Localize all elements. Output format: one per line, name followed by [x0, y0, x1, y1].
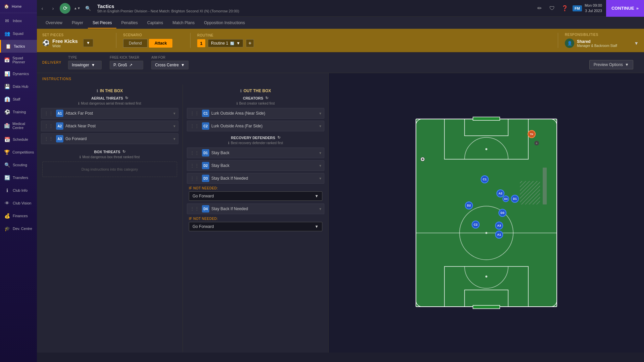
- ifnn-d3-select[interactable]: Go Forward ▼: [189, 191, 322, 201]
- type-select[interactable]: Inswinger ▼: [68, 61, 102, 69]
- sidebar-item-competitions[interactable]: 🏆 Competitions: [0, 146, 37, 159]
- sidebar-label-competitions: Competitions: [12, 150, 34, 154]
- sidebar-item-scouting[interactable]: 🔍 Scouting: [0, 159, 37, 171]
- data-hub-icon: 💾: [4, 83, 10, 89]
- badge-a3: A3: [56, 135, 63, 142]
- player-token-a1[interactable]: A1: [495, 231, 503, 239]
- box-hint: ℹ Most dangerous box threat ranked first: [41, 155, 178, 159]
- routine-add-button[interactable]: +: [246, 39, 254, 47]
- tab-overview[interactable]: Overview: [41, 18, 67, 28]
- sidebar-item-squad-planner[interactable]: 📅 Squad Planner: [0, 53, 37, 67]
- player-token-d3[interactable]: D3: [498, 209, 506, 217]
- sidebar-item-home[interactable]: 🏠 Home: [0, 0, 37, 13]
- sidebar-item-dev-centre[interactable]: 🎓 Dev. Centre: [0, 222, 37, 235]
- recovery-d1-select[interactable]: Stay Back ▼: [211, 150, 322, 155]
- tab-player[interactable]: Player: [67, 18, 88, 28]
- avatar: 👤: [565, 39, 574, 48]
- edit-button[interactable]: ✏: [534, 3, 544, 13]
- staff-icon: 👔: [4, 96, 10, 102]
- help-button[interactable]: 🛡: [547, 3, 557, 13]
- aerial-a2-select[interactable]: Attack Near Post ▼: [65, 124, 176, 128]
- aim-for-select[interactable]: Cross Centre ▼: [151, 61, 189, 69]
- recovery-row-d4: ⋮⋮ D4 Stay Back If Needed ▼: [187, 203, 324, 214]
- chevron-a1: ▼: [173, 112, 176, 115]
- back-button[interactable]: ‹: [37, 0, 48, 17]
- resp-role: Manager & Backroom Staff: [577, 44, 631, 48]
- drag-handle-a1[interactable]: ⋮⋮: [43, 110, 54, 117]
- drag-handle-c2[interactable]: ⋮⋮: [189, 123, 200, 129]
- box-refresh-icon[interactable]: ↻: [122, 149, 125, 154]
- aerial-refresh-icon[interactable]: ↻: [125, 96, 128, 100]
- tab-opposition-instructions[interactable]: Opposition Instructions: [199, 18, 250, 28]
- dev-centre-icon: 🎓: [4, 226, 10, 232]
- attack-button[interactable]: Attack: [149, 39, 173, 48]
- player-token-c2[interactable]: C2: [472, 221, 480, 229]
- chevron-c1: ▼: [319, 112, 322, 115]
- player-token-d1[interactable]: D1: [511, 195, 519, 203]
- sidebar-item-data-hub[interactable]: 💾 Data Hub: [0, 80, 37, 93]
- question-button[interactable]: ❓: [560, 3, 570, 13]
- squad-planner-icon: 📅: [4, 57, 10, 63]
- recovery-d4-select[interactable]: Stay Back If Needed ▼: [211, 206, 322, 211]
- player-add-icon[interactable]: +: [534, 141, 539, 145]
- drag-handle-c1[interactable]: ⋮⋮: [189, 110, 200, 117]
- recovery-refresh-icon[interactable]: ↻: [277, 135, 280, 140]
- ifnn-d4-select[interactable]: Go Forward ▼: [189, 222, 322, 231]
- drag-handle-a2[interactable]: ⋮⋮: [43, 123, 54, 129]
- recovery-d3-select[interactable]: Stay Back If Needed ▼: [211, 176, 322, 181]
- recovery-d2-select[interactable]: Stay Back ▼: [211, 163, 322, 168]
- player-token-a3[interactable]: A3: [495, 222, 503, 230]
- sidebar-item-squad[interactable]: 👥 Squad: [0, 27, 37, 40]
- continue-button[interactable]: CONTINUE »: [606, 0, 644, 17]
- date-display: 3 Jul 2023: [585, 8, 602, 13]
- refresh-button[interactable]: ▲▼: [72, 0, 83, 17]
- sidebar-item-transfers[interactable]: 🔄 Transfers: [0, 171, 37, 184]
- tab-captains[interactable]: Captains: [143, 18, 168, 28]
- set-piece-dropdown[interactable]: ▼: [83, 39, 93, 47]
- sidebar-item-training[interactable]: ⚽ Training: [0, 106, 37, 118]
- player-token-d4[interactable]: D4: [502, 195, 509, 202]
- routine-select[interactable]: Routine 1 🔄 ▼: [208, 39, 243, 47]
- sidebar-item-tactics[interactable]: 📋 Tactics: [0, 40, 37, 53]
- free-kick-taker-select[interactable]: P. Groß ↗: [110, 61, 143, 69]
- sidebar-item-inbox[interactable]: ✉ Inbox: [0, 14, 37, 27]
- drag-handle-a3[interactable]: ⋮⋮: [43, 135, 54, 142]
- drag-handle-d2[interactable]: ⋮⋮: [189, 162, 200, 169]
- creator-c1-select[interactable]: Lurk Outside Area (Near Side) ▼: [211, 111, 322, 116]
- aerial-a1-select[interactable]: Attack Far Post ▼: [65, 111, 176, 116]
- tab-set-pieces[interactable]: Set Pieces: [88, 18, 116, 28]
- player-token-tk[interactable]: TK: [528, 130, 536, 138]
- finances-icon: 💰: [4, 213, 10, 219]
- tab-match-plans[interactable]: Match Plans: [168, 18, 199, 28]
- creator-row-c1: ⋮⋮ C1 Lurk Outside Area (Near Side) ▼: [187, 108, 324, 119]
- responsibilities-dropdown[interactable]: ▼: [634, 41, 639, 46]
- preview-options-button[interactable]: Preview Options ▼: [589, 60, 633, 69]
- defend-button[interactable]: Defend: [123, 39, 148, 48]
- creators-refresh-icon[interactable]: ↻: [265, 96, 268, 100]
- sidebar-item-staff[interactable]: 👔 Staff: [0, 93, 37, 106]
- sidebar-item-schedule[interactable]: 📆 Schedule: [0, 133, 37, 146]
- tab-penalties[interactable]: Penalties: [116, 18, 142, 28]
- sidebar-item-dynamics[interactable]: 📊 Dynamics: [0, 67, 37, 80]
- free-kick-taker-label: FREE KICK TAKER: [110, 56, 143, 59]
- badge-d2: D2: [202, 162, 209, 169]
- aerial-a3-select[interactable]: Go Forward ▼: [65, 136, 176, 141]
- topbar-title-area: Tactics 5th in English Premier Division …: [93, 3, 534, 13]
- sidebar-item-club-info[interactable]: ℹ Club Info: [0, 184, 37, 197]
- search-button[interactable]: 🔍: [83, 0, 93, 17]
- drag-handle-d1[interactable]: ⋮⋮: [189, 149, 200, 156]
- sidebar-label-schedule: Schedule: [13, 137, 28, 141]
- drag-handle-d3[interactable]: ⋮⋮: [189, 175, 200, 182]
- player-token-c1[interactable]: C1: [481, 175, 489, 183]
- badge-c2: C2: [202, 122, 209, 130]
- forward-button[interactable]: ›: [48, 0, 58, 17]
- sidebar-item-medical[interactable]: 🏥 Medical Centre: [0, 118, 37, 133]
- player-token-d2[interactable]: D2: [465, 201, 473, 209]
- sidebar-item-club-vision[interactable]: 👁 Club Vision: [0, 197, 37, 209]
- drag-handle-d4[interactable]: ⋮⋮: [189, 205, 200, 212]
- creator-c2-select[interactable]: Lurk Outside Area (Far Side) ▼: [211, 124, 322, 128]
- sidebar-label-medical: Medical Centre: [12, 122, 33, 130]
- sidebar-label-finances: Finances: [13, 214, 28, 218]
- ifnn-d3-chevron: ▼: [315, 194, 319, 198]
- sidebar-item-finances[interactable]: 💰 Finances: [0, 209, 37, 222]
